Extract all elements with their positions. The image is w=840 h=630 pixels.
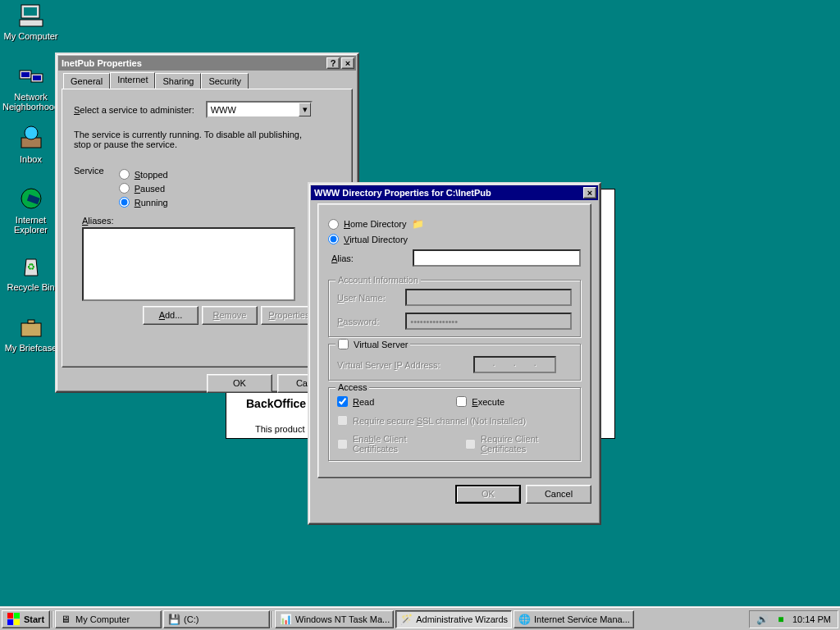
enable-cert-checkbox: Enable Client Certificates xyxy=(337,434,441,454)
task-my-computer[interactable]: 🖥My Computer xyxy=(55,610,162,628)
service-dropdown[interactable]: ▾ xyxy=(206,101,313,118)
aliases-listbox[interactable] xyxy=(82,227,295,301)
wizard-icon: 🪄 xyxy=(399,613,413,626)
www-dir-properties-dialog: WWW Directory Properties for C:\InetPub … xyxy=(308,182,601,525)
task-admin-wizards[interactable]: 🪄Administrative Wizards xyxy=(395,610,512,628)
globe-icon xyxy=(18,185,44,212)
svg-rect-1 xyxy=(24,7,37,16)
globe-icon: 🌐 xyxy=(518,613,531,626)
icon-ie[interactable]: Internet Explorer xyxy=(0,185,62,235)
service-desc: The service is currently running. To dis… xyxy=(74,130,320,149)
help-button[interactable]: ? xyxy=(326,57,340,69)
vsip-label: Virtual Server IP Address: xyxy=(337,360,441,370)
svg-rect-15 xyxy=(14,613,20,619)
label: Internet Explorer xyxy=(14,215,48,235)
logo-text: BackOffice xyxy=(246,397,306,410)
window-title: InetPub Properties xyxy=(60,58,325,68)
virtual-server-checkbox[interactable]: Virtual Server xyxy=(338,339,408,349)
computer-icon: 🖥 xyxy=(59,613,72,626)
close-button[interactable]: × xyxy=(341,57,354,69)
label: Network Neighborhood xyxy=(2,92,59,112)
service-value[interactable] xyxy=(208,105,299,115)
windows-logo-icon xyxy=(7,613,21,626)
radio-virtual-dir[interactable]: Virtual Directory xyxy=(328,234,581,244)
password-input xyxy=(405,313,572,330)
radio-home-dir[interactable]: Home Directory 📁 xyxy=(328,217,581,231)
username-input xyxy=(405,289,572,306)
tab-internet[interactable]: Internet xyxy=(110,72,155,89)
label: Inbox xyxy=(20,154,42,164)
alias-input[interactable] xyxy=(413,249,581,267)
svg-point-8 xyxy=(25,126,38,139)
remove-button: Remove xyxy=(202,306,258,325)
chevron-down-icon[interactable]: ▾ xyxy=(299,103,310,116)
add-button[interactable]: Add... xyxy=(143,306,199,325)
service-label: Service xyxy=(74,166,104,211)
svg-rect-12 xyxy=(21,323,41,336)
svg-rect-14 xyxy=(7,613,13,619)
username-label: User Name: xyxy=(337,293,397,303)
drive-icon: 💾 xyxy=(167,613,180,626)
folder-icon: 📁 xyxy=(411,217,424,231)
clock[interactable]: 10:14 PM xyxy=(792,614,831,624)
close-button[interactable]: × xyxy=(583,187,596,199)
system-tray: 🔊 ■ 10:14 PM xyxy=(749,610,838,628)
svg-rect-6 xyxy=(33,75,41,80)
label: My Computer xyxy=(3,31,57,41)
radio-paused[interactable]: Paused xyxy=(119,183,168,194)
ok-button: OK xyxy=(455,485,521,504)
icon-recycle[interactable]: ♻ Recycle Bin xyxy=(0,253,62,292)
alias-label: Alias: xyxy=(331,253,354,263)
inbox-icon xyxy=(18,125,44,151)
blurb: This product is xyxy=(255,424,314,434)
task-nt-taskman[interactable]: 📊Windows NT Task Ma... xyxy=(275,610,394,628)
radio-running[interactable]: Running xyxy=(119,197,168,208)
tab-strip: General Internet Sharing Security xyxy=(63,72,353,89)
execute-checkbox[interactable]: Execute xyxy=(456,396,504,407)
titlebar[interactable]: WWW Directory Properties for C:\InetPub … xyxy=(311,185,598,200)
svg-text:♻: ♻ xyxy=(27,262,35,272)
icon-inbox[interactable]: Inbox xyxy=(0,125,62,164)
briefcase-icon xyxy=(18,313,44,340)
tab-security[interactable]: Security xyxy=(201,73,249,89)
require-cert-checkbox: Require Client Certificates xyxy=(465,434,572,454)
svg-rect-16 xyxy=(7,619,13,625)
virtual-server-legend: Virtual Server xyxy=(336,339,410,349)
taskbar: Start 🖥My Computer 💾(C:) 📊Windows NT Tas… xyxy=(0,607,840,630)
password-label: Password: xyxy=(337,317,397,326)
ssl-checkbox: Require secure SSL channel (Not Installe… xyxy=(337,415,572,426)
titlebar[interactable]: InetPub Properties ? × xyxy=(58,56,356,71)
window-title: WWW Directory Properties for C:\InetPub xyxy=(313,188,582,198)
recycle-icon: ♻ xyxy=(18,253,44,279)
select-service-label: Select a service to administer: xyxy=(74,105,194,115)
svg-rect-2 xyxy=(20,20,43,26)
computer-icon xyxy=(18,2,44,28)
icon-my-computer[interactable]: My Computer xyxy=(0,2,62,41)
radio-stopped[interactable]: Stopped xyxy=(119,169,168,180)
svg-rect-17 xyxy=(14,619,20,625)
svg-rect-13 xyxy=(28,320,34,323)
icon-network[interactable]: Network Neighborhood xyxy=(0,62,62,112)
taskman-icon: 📊 xyxy=(279,613,292,626)
label: Recycle Bin xyxy=(7,282,54,292)
logo-box: BackOffice xyxy=(238,392,314,415)
volume-icon[interactable]: 🔊 xyxy=(756,613,769,626)
access-legend: Access xyxy=(336,382,369,392)
cancel-button[interactable]: Cancel xyxy=(526,485,591,504)
svg-rect-5 xyxy=(21,72,30,77)
status-icon[interactable]: ■ xyxy=(774,613,788,626)
account-legend: Account Information xyxy=(336,275,421,285)
icon-briefcase[interactable]: My Briefcase xyxy=(0,313,62,353)
ip-input: . . . xyxy=(473,356,556,373)
ok-button[interactable]: OK xyxy=(207,374,272,393)
start-button[interactable]: Start xyxy=(2,610,50,628)
aliases-label: Aliases: xyxy=(82,216,340,226)
task-iis-manager[interactable]: 🌐Internet Service Mana... xyxy=(514,610,634,628)
tab-sharing[interactable]: Sharing xyxy=(155,73,201,89)
task-c-drive[interactable]: 💾(C:) xyxy=(163,610,270,628)
read-checkbox[interactable]: Read xyxy=(337,396,374,407)
tab-general[interactable]: General xyxy=(63,73,110,89)
label: My Briefcase xyxy=(5,343,57,353)
network-icon xyxy=(18,62,44,89)
